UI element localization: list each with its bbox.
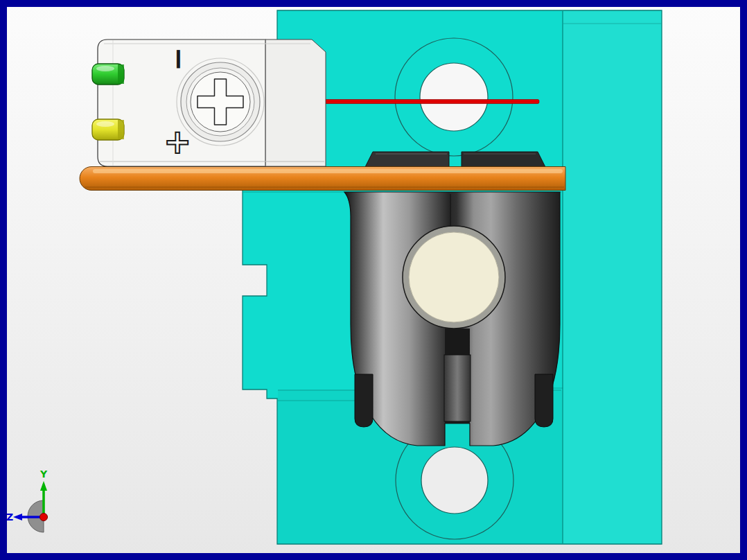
z-axis-label: Z	[6, 511, 13, 523]
yellow-connector-cap	[118, 120, 124, 139]
minus-marking: −	[162, 46, 196, 71]
cross-bore-bushing[interactable]	[409, 232, 499, 322]
clamp-side-block[interactable]	[265, 40, 326, 166]
clevis-pin[interactable]	[444, 355, 471, 421]
clevis-right-ear[interactable]	[535, 374, 553, 427]
yellow-connector-highlight	[96, 121, 114, 127]
top-bore-hole[interactable]	[420, 63, 488, 131]
green-connector[interactable]	[92, 64, 124, 85]
green-connector-cap	[118, 64, 124, 84]
clevis-left-ear[interactable]	[355, 374, 373, 427]
bracket-side-face	[563, 11, 661, 543]
bottom-bore-hole[interactable]	[421, 447, 488, 514]
x-axis-dot[interactable]	[40, 514, 48, 521]
cad-viewport: − + Y Z	[0, 0, 747, 560]
y-axis-label: Y	[39, 469, 48, 480]
terminal-clamp-part[interactable]: − +	[92, 40, 326, 166]
yellow-connector[interactable]	[92, 119, 124, 140]
green-connector-highlight	[96, 66, 114, 71]
pivot-axis-line[interactable]	[323, 100, 539, 104]
model-view-canvas: − + Y Z	[0, 0, 747, 560]
mounting-plate-part[interactable]	[80, 167, 565, 191]
clevis-yoke-part[interactable]	[344, 192, 560, 446]
plus-marking: +	[164, 122, 191, 161]
mounting-plate-highlight	[93, 169, 563, 173]
